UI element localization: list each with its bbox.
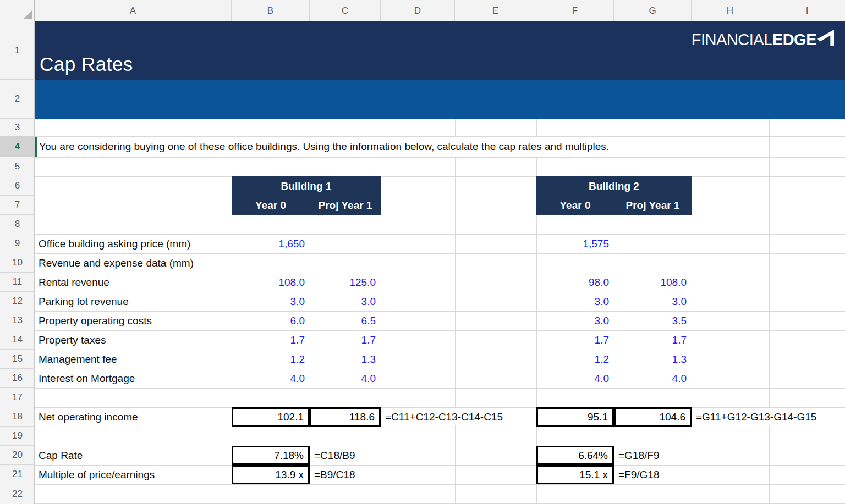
cell-a4-instruction[interactable]: You are considering buying one of these … — [37, 137, 752, 157]
cell-a14-label[interactable]: Property taxes — [35, 330, 232, 350]
cell-f13-value[interactable]: 3.0 — [536, 311, 614, 330]
cell-g11-value[interactable]: 108.0 — [614, 273, 692, 292]
cell-c20-formula[interactable]: =C18/B9 — [311, 447, 377, 464]
cell-d18-formula[interactable]: =C11+C12-C13-C14-C15 — [382, 408, 520, 425]
cell-b16-value[interactable]: 4.0 — [232, 369, 310, 388]
row-header-1[interactable]: 1 — [0, 21, 35, 80]
cell-g15-value[interactable]: 1.3 — [614, 350, 692, 369]
col-header-i[interactable]: I — [769, 0, 845, 21]
col-header-b[interactable]: B — [232, 0, 310, 21]
gridline-h — [35, 119, 845, 119]
row-header-16[interactable]: 16 — [0, 369, 35, 388]
row-header-18[interactable]: 18 — [0, 407, 35, 427]
cell-b13-value[interactable]: 6.0 — [232, 311, 310, 330]
cell-c13-value[interactable]: 6.5 — [310, 311, 381, 330]
gridline-h — [35, 196, 845, 196]
cell-f12-value[interactable]: 3.0 — [536, 292, 614, 311]
col-header-a[interactable]: A — [35, 0, 232, 21]
cell-b18-noi[interactable]: 102.1 — [232, 407, 310, 427]
logo-corner-icon — [817, 30, 834, 46]
cell-c16-value[interactable]: 4.0 — [310, 369, 381, 388]
row-header-21[interactable]: 21 — [0, 465, 35, 484]
gridline-h — [35, 484, 845, 485]
row-header-6[interactable]: 6 — [0, 176, 35, 196]
col-header-e[interactable]: E — [455, 0, 536, 21]
row-header-8[interactable]: 8 — [0, 215, 35, 234]
building1-header[interactable]: Building 1 Year 0 Proj Year 1 — [232, 176, 381, 215]
cell-h18-formula[interactable]: =G11+G12-G13-G14-G15 — [693, 408, 837, 425]
cell-g21-formula[interactable]: =F9/G18 — [616, 466, 682, 483]
cell-f21-multiple[interactable]: 15.1 x — [536, 465, 614, 484]
row-header-4[interactable]: 4 — [0, 136, 35, 157]
cell-c15-value[interactable]: 1.3 — [310, 350, 381, 369]
cell-a11-label[interactable]: Rental revenue — [35, 273, 232, 292]
cell-f16-value[interactable]: 4.0 — [536, 369, 614, 388]
cell-b15-value[interactable]: 1.2 — [232, 350, 310, 369]
cell-b12-value[interactable]: 3.0 — [232, 292, 310, 311]
cell-g13-value[interactable]: 3.5 — [614, 311, 692, 330]
building2-header[interactable]: Building 2 Year 0 Proj Year 1 — [536, 176, 692, 215]
cell-a10-label[interactable]: Revenue and expense data (mm) — [35, 253, 232, 273]
gridline-h — [35, 215, 845, 215]
banner-accent-band[interactable] — [35, 80, 845, 119]
cell-f15-value[interactable]: 1.2 — [536, 350, 614, 369]
cell-g16-value[interactable]: 4.0 — [614, 369, 692, 388]
cell-a21-label[interactable]: Multiple of price/earnings — [35, 465, 232, 484]
cell-a18-label[interactable]: Net operating income — [35, 407, 232, 427]
cell-c12-value[interactable]: 3.0 — [310, 292, 381, 311]
row-header-2[interactable]: 2 — [0, 80, 35, 119]
cell-c14-value[interactable]: 1.7 — [310, 330, 381, 350]
cell-f9-value[interactable]: 1,575 — [536, 234, 614, 253]
col-header-c[interactable]: C — [310, 0, 381, 21]
cell-b9-value[interactable]: 1,650 — [232, 234, 310, 253]
cell-a12-label[interactable]: Parking lot revenue — [35, 292, 232, 311]
cell-g14-value[interactable]: 1.7 — [614, 330, 692, 350]
spreadsheet: A B C D E F G H I 1 2 3 4 5 6 7 8 9 10 1… — [0, 0, 845, 504]
logo-edge-text: EDGE — [772, 31, 816, 49]
building1-title: Building 1 — [232, 176, 381, 196]
row-header-9[interactable]: 9 — [0, 234, 35, 253]
cell-a13-label[interactable]: Property operating costs — [35, 311, 232, 330]
row-header-3[interactable]: 3 — [0, 119, 35, 136]
row-header-11[interactable]: 11 — [0, 273, 35, 292]
row-header-13[interactable]: 13 — [0, 311, 35, 330]
cell-g12-value[interactable]: 3.0 — [614, 292, 692, 311]
row-header-14[interactable]: 14 — [0, 330, 35, 350]
building1-year0-header[interactable]: Year 0 — [232, 196, 310, 215]
cell-f14-value[interactable]: 1.7 — [536, 330, 614, 350]
building2-year0-header[interactable]: Year 0 — [536, 196, 614, 215]
row-header-22[interactable]: 22 — [0, 484, 35, 504]
cell-c18-noi[interactable]: 118.6 — [310, 407, 381, 427]
row-header-7[interactable]: 7 — [0, 196, 35, 215]
cell-a9-label[interactable]: Office building asking price (mm) — [35, 234, 232, 253]
building2-year1-header[interactable]: Proj Year 1 — [614, 196, 692, 215]
col-header-g[interactable]: G — [614, 0, 692, 21]
col-header-f[interactable]: F — [536, 0, 614, 21]
cell-f20-cap-rate[interactable]: 6.64% — [536, 446, 614, 465]
cell-g20-formula[interactable]: =G18/F9 — [616, 447, 682, 464]
col-header-d[interactable]: D — [381, 0, 455, 21]
cell-a15-label[interactable]: Management fee — [35, 350, 232, 369]
cell-b21-multiple[interactable]: 13.9 x — [232, 465, 310, 484]
cell-b14-value[interactable]: 1.7 — [232, 330, 310, 350]
row-header-20[interactable]: 20 — [0, 446, 35, 465]
select-all-corner[interactable] — [0, 0, 35, 21]
building1-year1-header[interactable]: Proj Year 1 — [310, 196, 381, 215]
row-header-15[interactable]: 15 — [0, 350, 35, 369]
title-banner[interactable]: Cap Rates FINANCIALEDGE — [35, 21, 845, 80]
cell-a16-label[interactable]: Interest on Mortgage — [35, 369, 232, 388]
row-header-19[interactable]: 19 — [0, 427, 35, 446]
row-header-10[interactable]: 10 — [0, 253, 35, 273]
col-header-h[interactable]: H — [692, 0, 769, 21]
cell-b20-cap-rate[interactable]: 7.18% — [232, 446, 310, 465]
cell-g18-noi[interactable]: 104.6 — [614, 407, 692, 427]
cell-c11-value[interactable]: 125.0 — [310, 273, 381, 292]
cell-a20-label[interactable]: Cap Rate — [35, 446, 232, 465]
row-header-5[interactable]: 5 — [0, 157, 35, 176]
cell-f11-value[interactable]: 98.0 — [536, 273, 614, 292]
row-header-17[interactable]: 17 — [0, 388, 35, 407]
cell-f18-noi[interactable]: 95.1 — [536, 407, 614, 427]
row-header-12[interactable]: 12 — [0, 292, 35, 311]
cell-b11-value[interactable]: 108.0 — [232, 273, 310, 292]
cell-c21-formula[interactable]: =B9/C18 — [311, 466, 377, 483]
